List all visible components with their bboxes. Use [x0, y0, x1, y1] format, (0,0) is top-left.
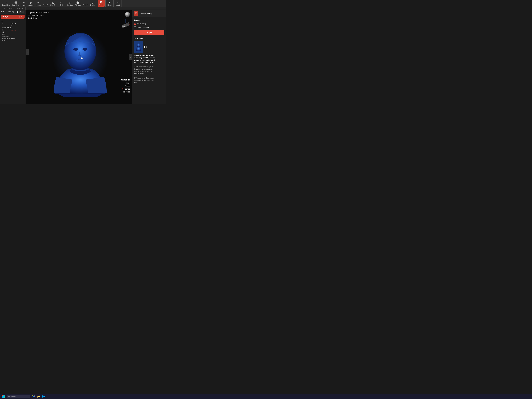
sub-toolbar-mesh-edit-label: Mesh Edit — [15, 7, 25, 10]
rendering-meshed-dot — [122, 89, 123, 89]
toolbar-btn-overlay[interactable]: ⊞ Overla... — [34, 0, 42, 6]
meta-row-selected: ected — [2, 40, 24, 41]
toolbar-group-merge: ⊗ Merge — [106, 0, 114, 7]
instruction-text: Texture mapping applies the icaptured by… — [134, 55, 165, 84]
meta-row-state: ate: Meshed — [2, 29, 24, 31]
radio-color-image[interactable]: Color image — [134, 23, 165, 25]
smooth1-icon: 〰 — [44, 1, 47, 4]
isolation1-label: Isolation — [28, 4, 33, 6]
meta-accuracy-value: High Accuracy-Feature — [2, 38, 16, 39]
bust-3d-model — [46, 20, 114, 97]
rendering-item-fused[interactable]: Fused — [120, 85, 130, 87]
toolbar-group-texture: 🖼 Texture — [97, 0, 106, 7]
meta-selected: ected — [2, 40, 5, 41]
hint-reset: Reset: Space — [28, 17, 49, 19]
smooth1-label: Smooth — [43, 4, 48, 6]
fusion-icon: ⊕ — [23, 1, 25, 4]
rendering-raw-label: Raw — [127, 82, 130, 84]
toolbar-btn-smooth1[interactable]: 〰 Smooth — [42, 0, 49, 6]
svg-point-2 — [73, 48, 78, 51]
meta-scan-value: Continuous — [2, 36, 9, 37]
hint-move: Move: Shift + Left-Drag — [28, 14, 49, 17]
toolbar-btn-merge[interactable]: ⊗ Merge — [106, 0, 113, 6]
toolbar-btn-isolation2[interactable]: ◎ Isolation — [66, 0, 74, 6]
toolbar-btn-texture[interactable]: 🖼 Texture — [98, 0, 105, 6]
viewport-arrow-right[interactable]: › — [129, 54, 132, 60]
more-button[interactable]: More — [19, 11, 24, 13]
export-label: Export — [115, 4, 120, 6]
bust-svg — [46, 20, 114, 97]
main-toolbar: ⬡ Global Mar... 🔘 One-click... ⊕ Fusion … — [0, 0, 166, 7]
texture-label: Texture — [99, 4, 104, 6]
svg-text:FRONT: FRONT — [122, 26, 126, 27]
smooth2-icon: 〰 — [84, 1, 87, 4]
meta-val2: 3967 — [2, 33, 5, 35]
toolbar-btn-fusion[interactable]: ⊕ Fusion — [20, 0, 27, 6]
orb-icon — [125, 12, 130, 17]
simplify1-icon: △ — [52, 1, 54, 4]
rendering-fused-label: Fused — [125, 85, 130, 87]
meta-row-group: P 2 — [2, 25, 24, 26]
sub-toolbar-point-cloud: Point Cloud Edit — [0, 7, 15, 10]
fill-holes-label: Fill Holes — [75, 4, 81, 6]
one-click-icon: 🔘 — [14, 1, 17, 4]
batch-processing-icon: 📋 — [16, 11, 19, 13]
radio-vertex-coloring[interactable]: Vertex coloring — [134, 26, 165, 28]
global-mar-label: Global Mar... — [2, 4, 10, 6]
sidebar-top-icons: 📋 More — [16, 11, 24, 13]
project-item[interactable]: 1001_01 ⊞ ••• — [1, 15, 25, 19]
right-panel: 🖼 Texture Mapp... Texture Color image Ve… — [132, 10, 166, 104]
simplify2-label: Simplify — [90, 4, 95, 6]
rendering-item-raw[interactable]: Raw — [120, 82, 130, 84]
toolbar-btn-fill-holes[interactable]: ⬤ Fill Holes — [74, 0, 82, 6]
isolation2-icon: ◎ — [69, 1, 71, 4]
toolbar-group-mesh-edit: ◎ Isolation ⬤ Fill Holes 〰 Smooth △ Simp… — [65, 0, 97, 7]
toolbar-btn-isolation1[interactable]: ◎ Isolation — [27, 0, 34, 6]
project-view-icon[interactable]: ⊞ — [19, 16, 20, 18]
svg-text:X: X — [129, 24, 130, 25]
viewport[interactable]: Set pivot point: Alt + Left-Click Move: … — [26, 10, 132, 104]
svg-text:Z: Z — [126, 19, 127, 20]
project-more-icon[interactable]: ••• — [21, 16, 23, 18]
toolbar-btn-one-click[interactable]: 🔘 One-click... — [11, 0, 20, 6]
toolbar-btn-simplify1[interactable]: △ Simplify — [49, 0, 57, 6]
svg-point-4 — [76, 59, 84, 62]
toolbar-btn-smooth2[interactable]: 〰 Smooth — [82, 0, 89, 6]
hint-pivot: Set pivot point: Alt + Left-Click — [28, 11, 49, 14]
rendering-meshed-label: Meshed — [124, 88, 130, 90]
texture-map-icon: 🖼 — [134, 11, 138, 16]
meta-row-scan: Continuous — [2, 36, 24, 37]
meta-name-value: 1001_01 — [11, 23, 17, 24]
main-layout: Batch Processing 📋 More 1001_01 ⊞ ••• 0 … — [0, 10, 166, 104]
rendering-title: Rendering — [120, 79, 130, 81]
instruction-bust-preview — [134, 41, 143, 53]
instruction-next-button[interactable]: >> — [144, 45, 147, 49]
rendering-item-meshed[interactable]: Meshed — [120, 88, 130, 90]
metadata-panel: 0 e: 1001_01 P 2 01206F00A54 ate: Meshed… — [0, 19, 25, 104]
global-mar-icon: ⬡ — [5, 1, 7, 4]
instruction-preview: >> — [134, 41, 165, 53]
meta-id-value: 01206F00A54 — [2, 27, 11, 29]
left-sidebar: Batch Processing 📋 More 1001_01 ⊞ ••• 0 … — [0, 10, 26, 104]
sub-toolbar-point-cloud-label: Point Cloud Edit — [0, 7, 15, 10]
orb-display — [125, 12, 130, 17]
rendering-item-textured[interactable]: Textured — [120, 91, 130, 93]
nav-cube[interactable]: Z FRONT RIGHT X — [120, 19, 130, 28]
batch-processing-label: Batch Processing — [1, 11, 14, 13]
toolbar-btn-simplify2[interactable]: △ Simplify — [89, 0, 96, 6]
meta-row-val2: 3967 — [2, 33, 24, 35]
rendering-textured-label: Textured — [123, 91, 130, 93]
apply-button[interactable]: Apply — [134, 30, 165, 35]
toolbar-btn-mesh[interactable]: ⬡ Mesh — [58, 0, 64, 6]
toolbar-btn-global-mar[interactable]: ⬡ Global Mar... — [1, 0, 11, 6]
project-item-icons: ⊞ ••• — [19, 16, 23, 18]
simplify1-label: Simplify — [50, 4, 55, 6]
toolbar-btn-export[interactable]: ↗ Export — [114, 0, 121, 6]
viewport-arrow-left[interactable]: ‹ — [26, 49, 29, 55]
right-panel-title: Texture Mapp... — [139, 13, 154, 15]
meta-val1: 362 — [2, 31, 4, 33]
texture-section-title: Texture — [134, 19, 165, 21]
isolation2-label: Isolation — [67, 4, 73, 6]
svg-point-19 — [137, 43, 140, 47]
meta-state-label: ate: — [2, 29, 11, 31]
